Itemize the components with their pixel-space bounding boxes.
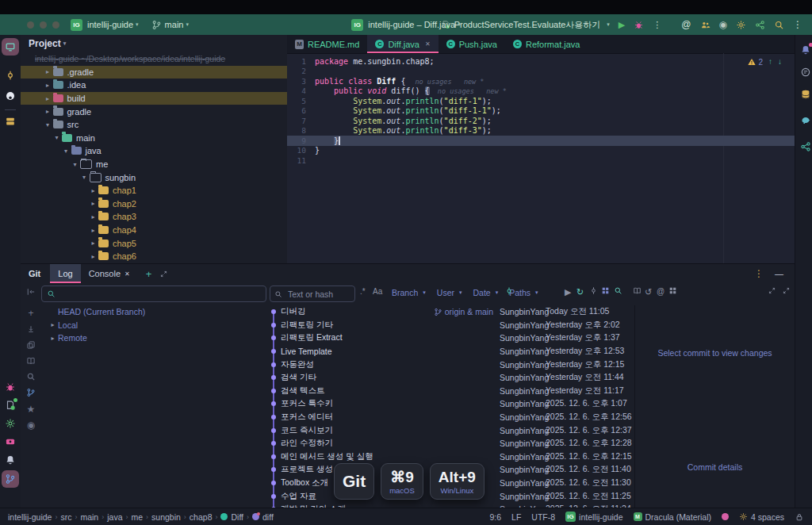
tree-chevron-icon[interactable]: ▸ xyxy=(49,321,56,328)
tree-item-root[interactable]: intellij-guide ~/Desktop/workspace/idea/… xyxy=(21,52,287,66)
ai-chat-icon[interactable]: @ xyxy=(681,20,691,29)
project-icon[interactable] xyxy=(0,38,21,56)
search-icon[interactable] xyxy=(21,372,41,381)
ai-assistant-icon[interactable] xyxy=(795,67,812,78)
code-line-1[interactable]: 1package me.sungbin.chap8; xyxy=(287,56,795,67)
commit-row[interactable]: 검색 기타SungbinYangYesterday 오전 11:44 xyxy=(266,371,634,385)
code-line-10[interactable]: 10} xyxy=(287,146,795,156)
layout-grid-icon[interactable] xyxy=(601,286,610,295)
lock-icon[interactable] xyxy=(795,512,804,522)
github-icon[interactable] xyxy=(0,90,21,102)
file-encoding[interactable]: UTF-8 xyxy=(531,512,555,522)
collapse-left-icon[interactable] xyxy=(21,287,41,297)
structure-icon[interactable] xyxy=(755,20,765,30)
tree-chevron-icon[interactable]: ▸ xyxy=(90,253,97,260)
code-line-8[interactable]: 8 System.out.println("diff-3"); xyxy=(287,126,795,136)
git-node-icon[interactable] xyxy=(504,286,514,296)
tree-item-idea[interactable]: ▸.idea xyxy=(21,79,287,92)
commit-search-field[interactable] xyxy=(270,285,355,302)
commit-row[interactable]: 메인 메서드 생성 및 실행SungbinYang2025. 12. 6. 오후… xyxy=(266,450,634,464)
run-icon[interactable] xyxy=(0,400,21,411)
tree-chevron-icon[interactable]: ▾ xyxy=(81,174,88,181)
tree-item-src[interactable]: ▾src xyxy=(21,118,287,132)
tree-item-sungbin[interactable]: ▾sungbin xyxy=(21,171,287,184)
tree-item-chap1[interactable]: ▸chap1 xyxy=(21,184,287,197)
refresh-icon[interactable]: ↻ xyxy=(576,287,584,297)
more-run-actions-button[interactable]: ⋮ xyxy=(653,21,661,29)
code-line-11[interactable]: 11 xyxy=(287,155,795,166)
commit-row[interactable]: 포커스 특수키SungbinYang2025. 12. 6. 오후 1:07 xyxy=(266,397,634,411)
tree-chevron-icon[interactable]: ▾ xyxy=(44,121,52,128)
record-icon[interactable]: ◉ xyxy=(719,20,727,29)
branch-widget[interactable]: main xyxy=(165,20,184,29)
filter-branch[interactable]: Branch▾ xyxy=(392,288,426,297)
services-icon[interactable] xyxy=(0,116,21,127)
annotate-icon[interactable]: @ xyxy=(657,287,665,296)
traffic-zoom-button[interactable] xyxy=(52,21,59,29)
code-line-7[interactable]: 7 System.out.println("diff-2"); xyxy=(287,116,795,126)
add-branch-icon[interactable]: + xyxy=(21,308,41,319)
branch-item-head[interactable]: HEAD (Current Branch) xyxy=(41,305,266,319)
breadcrumb-src[interactable]: src xyxy=(60,512,71,522)
tree-item-chap6[interactable]: ▸chap6 xyxy=(21,250,287,263)
prev-problem-icon[interactable]: ↑ xyxy=(768,58,772,66)
next-problem-icon[interactable]: ↓ xyxy=(778,58,782,66)
tree-chevron-icon[interactable]: ▸ xyxy=(44,108,52,115)
commit-row[interactable]: 코드 즉시보기SungbinYang2025. 12. 6. 오후 12:37 xyxy=(266,423,634,437)
macro-recording-icon[interactable] xyxy=(722,513,729,520)
code-line-6[interactable]: 6 System.out.println("diff-1-1"); xyxy=(287,106,795,117)
settings-icon[interactable] xyxy=(0,418,21,429)
project-widget[interactable]: IG intellij-guide xyxy=(565,512,622,522)
preview-diff-icon[interactable] xyxy=(633,286,642,295)
tree-chevron-icon[interactable]: ▸ xyxy=(90,213,97,220)
tree-item-me[interactable]: ▾me xyxy=(21,158,287,171)
commit-search-input[interactable] xyxy=(286,289,354,300)
tree-item-gradle[interactable]: ▸gradle xyxy=(21,105,287,118)
breadcrumb-me[interactable]: me xyxy=(131,512,143,522)
traffic-close-button[interactable] xyxy=(27,21,34,29)
tab-diff-java[interactable]: CDiff.java✕ xyxy=(367,35,438,53)
breadcrumb-diff[interactable]: diff xyxy=(252,512,274,522)
tree-chevron-icon[interactable]: ▾ xyxy=(53,134,60,141)
tree-chevron-icon[interactable]: ▾ xyxy=(71,161,79,168)
new-tab-icon[interactable]: + xyxy=(146,269,152,279)
theme-widget[interactable]: M Dracula (Material) xyxy=(634,512,711,522)
git-tab-console[interactable]: Console✕ xyxy=(81,264,138,283)
expand-details-icon[interactable] xyxy=(768,286,776,295)
match-case-toggle[interactable]: Aa xyxy=(373,287,382,296)
code-line-9[interactable]: 9 } xyxy=(287,136,795,146)
code-line-3[interactable]: 3public class Diff { no usages new * xyxy=(287,76,795,86)
git-toolwindow-icon[interactable] xyxy=(0,470,21,488)
commit-row[interactable]: 라인 수정하기SungbinYang2025. 12. 6. 오후 12:28 xyxy=(266,437,634,450)
breadcrumb-main[interactable]: main xyxy=(80,512,98,522)
download-icon[interactable] xyxy=(21,324,41,334)
search-everywhere-icon[interactable] xyxy=(774,20,784,30)
tree-item-chap5[interactable]: ▸chap5 xyxy=(21,236,287,250)
code-editor[interactable]: 1package me.sungbin.chap8;23public class… xyxy=(287,53,795,263)
tree-chevron-icon[interactable]: ▸ xyxy=(44,95,52,102)
breadcrumb-java[interactable]: java xyxy=(107,512,122,522)
run-button[interactable]: ▶ xyxy=(619,21,625,29)
tree-chevron-icon[interactable]: ▸ xyxy=(90,227,97,234)
tab-readme-md[interactable]: MREADME.md xyxy=(287,35,367,53)
notifications-lower-icon[interactable] xyxy=(0,454,21,466)
branch-item-local[interactable]: ▸Local xyxy=(41,319,266,332)
debug-icon[interactable] xyxy=(0,381,21,393)
tree-item-chap3[interactable]: ▸chap3 xyxy=(21,210,287,224)
tree-chevron-icon[interactable]: ▸ xyxy=(44,68,52,75)
git-tab-log[interactable]: Log xyxy=(50,264,80,283)
run-configuration-widget[interactable]: ProductServiceTest.Evaluate사용하기 ▾ xyxy=(441,19,610,31)
tree-item-java[interactable]: ▾java xyxy=(21,144,287,158)
tree-chevron-icon[interactable]: ▸ xyxy=(90,187,97,194)
breadcrumb-diff[interactable]: Diff xyxy=(220,512,243,522)
code-line-4[interactable]: 4 public void diff() { no usages new * xyxy=(287,86,795,97)
commit-row[interactable]: 자동완성SungbinYangYesterday 오후 12:15 xyxy=(266,358,634,371)
database-icon[interactable] xyxy=(795,89,812,100)
project-widget[interactable]: intellij-guide xyxy=(87,20,133,29)
more-tools-icon[interactable] xyxy=(0,138,21,149)
regex-toggle-icon[interactable]: .* xyxy=(360,287,366,296)
git-options-kebab-icon[interactable]: ⋮ xyxy=(754,269,764,278)
commit-row[interactable]: Live TemplateSungbinYangYesterday 오후 12:… xyxy=(266,345,634,358)
terminal-icon[interactable] xyxy=(0,436,21,447)
indent-widget[interactable]: 4 spaces xyxy=(739,512,784,522)
